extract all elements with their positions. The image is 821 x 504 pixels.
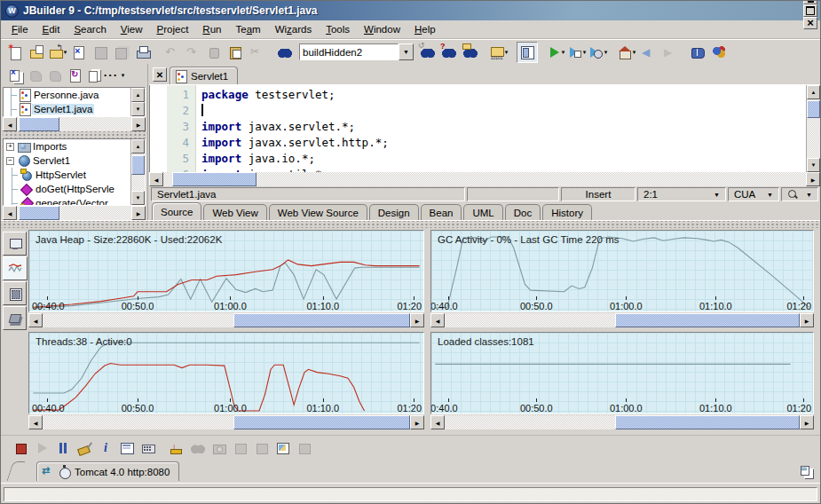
paste-button[interactable] (225, 42, 246, 63)
tab-uml[interactable]: UML (463, 204, 502, 220)
scroll-right-button[interactable]: ▶ (131, 206, 146, 220)
scroll-thumb[interactable] (19, 117, 59, 131)
help-button[interactable] (687, 42, 708, 63)
open-snapshot-button[interactable] (230, 437, 251, 459)
scroll-track[interactable] (445, 313, 800, 327)
status-zoom[interactable]: ▼ (781, 187, 818, 201)
camera-button[interactable] (209, 437, 230, 459)
replace-button[interactable] (417, 42, 438, 63)
scroll-down-button[interactable]: ▼ (131, 191, 145, 205)
print-button[interactable] (132, 42, 154, 63)
snapshot-button[interactable] (166, 437, 187, 459)
scroll-down-button[interactable]: ▼ (807, 158, 820, 172)
chevron-down-icon[interactable]: ▼ (399, 43, 414, 60)
tree-node[interactable]: −Servlet1 (4, 154, 130, 168)
optimize-button[interactable]: ▾ (588, 42, 609, 63)
tab-bean[interactable]: Bean (421, 204, 462, 220)
find-instance-button[interactable] (187, 437, 209, 459)
status-caret-position[interactable]: 2:1▼ (637, 187, 726, 201)
scroll-left-button[interactable]: ◀ (3, 206, 17, 220)
file-list-vscrollbar[interactable]: ▲ ▼ (130, 88, 145, 116)
discard-button[interactable] (294, 437, 315, 459)
more-button[interactable]: ▾ (104, 66, 123, 85)
editor-vscrollbar[interactable]: ▲ ▼ (806, 85, 820, 172)
tab-history[interactable]: History (542, 204, 592, 220)
remove-button[interactable] (26, 66, 45, 85)
file-item[interactable]: Servlet1.java (4, 102, 130, 116)
scroll-up-button[interactable]: ▲ (131, 139, 145, 154)
scroll-thumb[interactable] (807, 100, 820, 118)
close-project-button[interactable] (68, 42, 90, 63)
code-editor[interactable]: 1package testservlet;23import javax.serv… (149, 85, 820, 172)
monitor-tab-classes[interactable] (3, 306, 27, 330)
scroll-right-button[interactable]: ▶ (131, 117, 146, 131)
editor-hscrollbar[interactable]: ◀ ▶ (149, 172, 820, 186)
menu-search[interactable]: Search (67, 22, 113, 36)
scroll-left-button[interactable]: ◀ (430, 415, 445, 429)
save-all-button[interactable] (111, 42, 132, 63)
scroll-left-button[interactable]: ◀ (149, 172, 163, 186)
structure-tree[interactable]: +Imports−Servlet1HttpServletdoGet(HttpSe… (3, 138, 146, 206)
scroll-track[interactable] (163, 172, 806, 186)
close-file-button[interactable]: ✕ (153, 67, 167, 82)
scroll-track[interactable] (445, 415, 800, 429)
mark-button[interactable] (251, 437, 272, 459)
monitor-tab-chart[interactable] (3, 256, 28, 280)
copy-message-button[interactable] (797, 462, 815, 480)
tab-doc[interactable]: Doc (505, 204, 541, 220)
tab-source[interactable]: Source (152, 202, 201, 220)
scroll-track[interactable] (43, 313, 410, 327)
chart-scrollbar[interactable]: ◀▶ (430, 313, 814, 327)
pause-button[interactable] (52, 437, 74, 459)
scroll-track[interactable] (17, 206, 131, 220)
scroll-track[interactable] (807, 99, 820, 158)
menu-edit[interactable]: Edit (36, 22, 67, 36)
menu-wizards[interactable]: Wizards (268, 22, 320, 36)
menu-tools[interactable]: Tools (319, 22, 357, 36)
horizontal-splitter[interactable] (1, 220, 820, 228)
menu-run[interactable]: Run (195, 22, 228, 36)
run-button[interactable]: ▾ (545, 42, 566, 63)
back-button[interactable] (637, 42, 659, 63)
menu-file[interactable]: File (4, 22, 36, 36)
monitor-tab-image[interactable] (3, 281, 27, 305)
file-list-hscrollbar[interactable]: ◀ ▶ (3, 117, 146, 131)
collaborate-button[interactable] (708, 42, 730, 63)
message-pane-button[interactable] (517, 42, 538, 63)
scroll-right-button[interactable]: ▶ (806, 172, 820, 186)
configuration-combo-input[interactable] (299, 43, 399, 60)
scroll-thumb[interactable] (615, 415, 800, 429)
run-history-button[interactable]: ▾ (488, 42, 509, 63)
vm-info-button[interactable] (95, 437, 116, 459)
tree-node[interactable]: HttpServlet (4, 168, 130, 182)
scroll-down-button[interactable]: ▼ (131, 102, 145, 116)
status-insert-mode[interactable]: Insert (561, 187, 635, 201)
tree-node[interactable]: generate(Vector (4, 196, 130, 205)
title-bar[interactable]: W JBuilder 9 - C:/tmp/testservlet/src/te… (1, 1, 820, 20)
terminate-button[interactable] (10, 437, 31, 459)
tab-web-view-source[interactable]: Web View Source (269, 204, 367, 220)
project-file-list[interactable]: Personne.javaServlet1.java ▲ ▼ (3, 87, 146, 117)
scroll-left-button[interactable]: ◀ (3, 117, 17, 131)
menu-window[interactable]: Window (357, 22, 407, 36)
make-button[interactable]: ▾ (616, 42, 637, 63)
menu-project[interactable]: Project (150, 22, 196, 36)
scroll-left-button[interactable]: ◀ (430, 313, 445, 327)
refresh-button[interactable] (65, 66, 84, 85)
status-keymap[interactable]: CUA▼ (728, 187, 779, 201)
menu-view[interactable]: View (114, 22, 150, 36)
structure-hscrollbar[interactable]: ◀ ▶ (3, 206, 146, 220)
resume-button[interactable] (31, 437, 52, 459)
search-button[interactable] (274, 42, 296, 63)
menu-team[interactable]: Team (228, 22, 267, 36)
cut-button[interactable] (246, 42, 267, 63)
panel-splitter[interactable] (3, 131, 146, 138)
view-image-button[interactable] (272, 437, 294, 459)
redo-button[interactable] (182, 42, 203, 63)
search-path-button[interactable] (460, 42, 481, 63)
scroll-up-button[interactable]: ▲ (131, 88, 145, 102)
scroll-track[interactable] (43, 415, 410, 429)
open-project-button[interactable] (26, 42, 47, 63)
scroll-thumb[interactable] (233, 415, 410, 429)
scroll-thumb[interactable] (19, 206, 59, 220)
